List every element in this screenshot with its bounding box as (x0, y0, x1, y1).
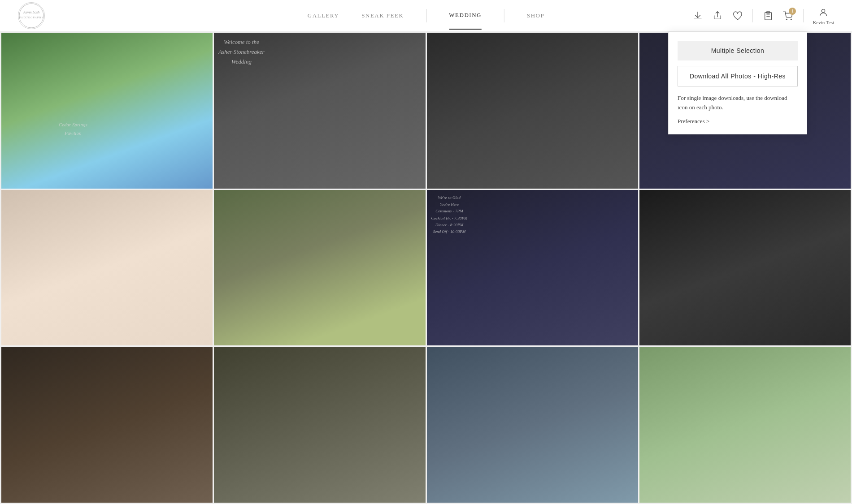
photo-cell-1[interactable]: Cedar Springs Pavilion (1, 33, 213, 189)
nav-gallery[interactable]: GALLERY (308, 2, 339, 29)
nav-divider-1 (426, 9, 426, 22)
user-name: Kevin Test (813, 20, 834, 25)
photo-image-9 (1, 347, 213, 503)
svg-point-8 (791, 19, 792, 20)
photo-cell-8[interactable] (639, 190, 851, 346)
svg-text:Kevin Losh: Kevin Losh (23, 10, 39, 14)
favorites-icon[interactable] (731, 9, 743, 22)
photo-cell-10[interactable] (214, 347, 425, 503)
svg-point-7 (787, 19, 787, 20)
header: Kevin Losh PHOTOGRAPHY GALLERY SNEAK PEE… (0, 0, 852, 31)
share-icon[interactable] (711, 9, 724, 22)
photo-image-1 (1, 33, 213, 189)
cart-icon[interactable]: 1 (782, 9, 794, 22)
header-actions: 1 Kevin Test (691, 6, 834, 25)
photo-cell-11[interactable] (427, 347, 638, 503)
photo-image-5 (1, 190, 213, 346)
photo-cell-12[interactable] (639, 347, 851, 503)
photo-image-12 (639, 347, 851, 503)
cart-badge: 1 (789, 8, 796, 15)
nav-wedding[interactable]: WEDDING (449, 2, 482, 30)
photo-image-10 (214, 347, 425, 503)
multiple-selection-button[interactable]: Multiple Selection (678, 41, 798, 60)
photo-cell-5[interactable] (1, 190, 213, 346)
header-sep-1 (752, 9, 753, 22)
logo-circle: Kevin Losh PHOTOGRAPHY (18, 2, 45, 29)
photo-cell-7[interactable]: We're so Glad You're Here Ceremony - 7PM… (427, 190, 638, 346)
photo-image-2 (214, 33, 425, 189)
logo[interactable]: Kevin Losh PHOTOGRAPHY (18, 2, 45, 29)
photo-image-8 (639, 190, 851, 346)
nav-sneak-peek[interactable]: SNEAK PEEK (361, 2, 404, 29)
preferences-link[interactable]: Preferences > (678, 118, 709, 125)
photo-image-7 (427, 190, 638, 346)
photo-image-3 (427, 33, 638, 189)
photo-cell-6[interactable] (214, 190, 425, 346)
header-sep-2 (803, 9, 804, 22)
download-icon[interactable] (691, 9, 704, 22)
photo-cell-3[interactable] (427, 33, 638, 189)
download-all-button[interactable]: Download All Photos - High-Res (678, 66, 798, 86)
nav-divider-2 (504, 9, 504, 22)
user-menu[interactable]: Kevin Test (813, 6, 834, 25)
clipboard-icon[interactable] (762, 9, 774, 22)
photo-cell-9[interactable] (1, 347, 213, 503)
main-nav: GALLERY SNEAK PEEK WEDDING SHOP (308, 2, 544, 30)
svg-text:PHOTOGRAPHY: PHOTOGRAPHY (19, 16, 43, 19)
photo-image-6 (214, 190, 425, 346)
svg-point-0 (19, 4, 43, 28)
svg-point-9 (822, 9, 825, 12)
photo-cell-2[interactable]: Welcome to the Asher·Stonebreaker Weddin… (214, 33, 425, 189)
photo-image-11 (427, 347, 638, 503)
user-icon (817, 6, 830, 19)
download-info-text: For single image downloads, use the down… (678, 94, 798, 112)
nav-shop[interactable]: SHOP (527, 2, 544, 29)
download-dropdown: Multiple Selection Download All Photos -… (668, 31, 807, 134)
